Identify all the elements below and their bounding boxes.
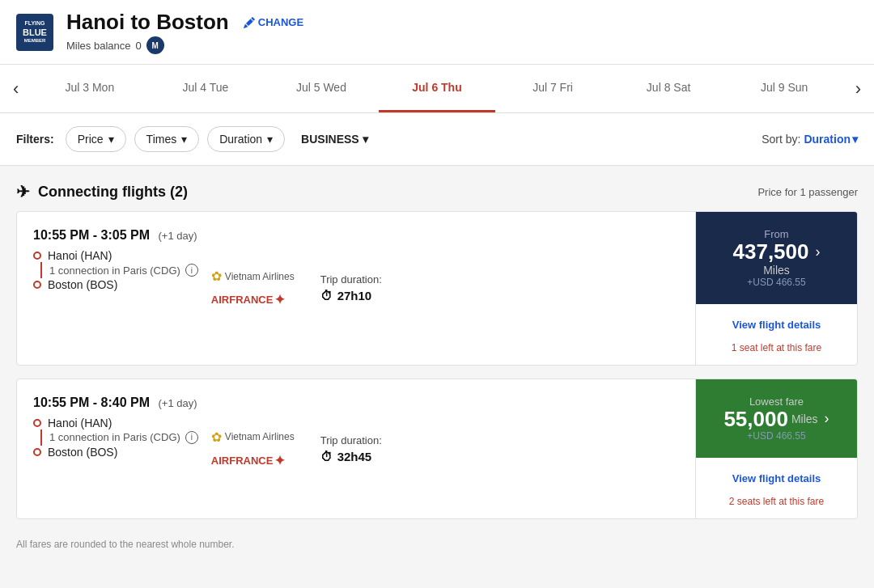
route-dot-dest-wrap <box>33 281 41 289</box>
duration-filter-button[interactable]: Duration ▾ <box>207 126 285 152</box>
flight-2-duration-label: Trip duration: <box>320 434 408 446</box>
info-icon-1[interactable]: i <box>185 264 198 277</box>
flight-1-price-from: From <box>764 228 788 240</box>
flight-2-price-inner: Lowest fare 55,000 Miles › +USD 466.55 <box>723 396 829 442</box>
price-note: Price for 1 passenger <box>757 186 858 198</box>
date-tab-jul4[interactable]: Jul 4 Tue <box>147 65 263 112</box>
af-text-2: AIRFRANCE <box>211 455 274 467</box>
business-filter-label: BUSINESS <box>301 133 359 146</box>
va-leaf-icon: ✿ <box>211 269 222 284</box>
date-navigation: ‹ Jul 3 Mon Jul 4 Tue Jul 5 Wed Jul 6 Th… <box>0 65 874 113</box>
clock-icon-1: ⏱ <box>320 289 333 302</box>
flight-2-miles-label: Miles <box>791 412 818 425</box>
flight-2-plus-day: (+1 day) <box>159 397 197 409</box>
af-bar-icon-2: ✦ <box>274 453 285 468</box>
flight-2-duration-value: ⏱ 32h45 <box>320 450 408 463</box>
flight-2-arrow: › <box>825 410 829 427</box>
logo-line2: BLUE <box>23 27 47 38</box>
edit-icon <box>244 17 255 28</box>
date-tab-jul3[interactable]: Jul 3 Mon <box>32 65 147 112</box>
footer-note: All fares are rounded to the nearest who… <box>16 532 858 556</box>
miles-balance-value: 0 <box>136 40 142 52</box>
times-filter-button[interactable]: Times ▾ <box>134 126 200 152</box>
times-filter-label: Times <box>146 133 177 146</box>
flight-1-price-button[interactable]: From 437,500 › Miles +USD 466.55 <box>696 212 857 304</box>
duration-chevron-icon: ▾ <box>267 133 273 146</box>
flight-card-1: 10:55 PM - 3:05 PM (+1 day) Hanoi (HAN) <box>16 211 858 366</box>
flight-2-origin: Hanoi (HAN) <box>48 417 112 429</box>
flight-1-dest: Boston (BOS) <box>48 278 117 291</box>
flight-2-seats-left: 2 seats left at this fare <box>716 493 837 510</box>
sort-duration-button[interactable]: Duration ▾ <box>804 133 858 146</box>
miles-icon: M <box>146 36 164 54</box>
flight-1-price-inner: From 437,500 › Miles +USD 466.55 <box>733 228 821 288</box>
route-2-item-dest: Boston (BOS) <box>33 446 198 459</box>
flight-1-miles-label: Miles <box>763 264 790 277</box>
flight-2-price-from: Lowest fare <box>749 396 804 408</box>
route-2-dot-dest-wrap <box>33 448 41 456</box>
route-2-item-origin: Hanoi (HAN) <box>33 417 198 429</box>
route-2-dot-origin-wrap <box>33 419 41 427</box>
airfrance-logo-2: AIRFRANCE ✦ <box>211 453 295 468</box>
section-title: ✈ Connecting flights (2) <box>16 182 188 201</box>
info-icon-2[interactable]: i <box>185 431 198 444</box>
price-chevron-icon: ▾ <box>108 133 114 146</box>
flight-2-price-button[interactable]: Lowest fare 55,000 Miles › +USD 466.55 <box>696 379 857 459</box>
flight-2-duration-area: Trip duration: ⏱ 32h45 <box>308 379 421 519</box>
date-tabs: Jul 3 Mon Jul 4 Tue Jul 5 Wed Jul 6 Thu … <box>32 65 842 112</box>
header: FLYING BLUE MEMBER Hanoi to Boston CHANG… <box>0 0 874 65</box>
flight-2-price-section: Lowest fare 55,000 Miles › +USD 466.55 V… <box>695 379 857 519</box>
route-2-dot-origin <box>33 419 41 427</box>
price-filter-button[interactable]: Price ▾ <box>66 126 126 152</box>
sort-duration-chevron: ▾ <box>852 133 858 146</box>
flight-1-duration-value: ⏱ 27h10 <box>320 289 408 302</box>
next-date-button[interactable]: › <box>842 65 874 112</box>
flight-2-usd: +USD 466.55 <box>747 430 805 442</box>
date-tab-jul5[interactable]: Jul 5 Wed <box>263 65 379 112</box>
route-dot-dest <box>33 281 41 289</box>
flight-1-view-details[interactable]: View flight details <box>719 312 834 337</box>
va-leaf-icon-2: ✿ <box>211 429 222 445</box>
main-content: ✈ Connecting flights (2) Price for 1 pas… <box>0 166 874 573</box>
date-tab-jul6[interactable]: Jul 6 Thu <box>379 65 494 112</box>
filters-label: Filters: <box>16 133 54 146</box>
va-text: Vietnam Airlines <box>225 271 295 282</box>
route-2-dot-dest <box>33 448 41 456</box>
sort-by-label: Sort by: <box>762 133 800 146</box>
route-2-line <box>40 429 42 446</box>
va-text-2: Vietnam Airlines <box>225 431 295 442</box>
date-tab-jul8[interactable]: Jul 8 Sat <box>611 65 727 112</box>
change-label: CHANGE <box>258 16 303 28</box>
route-line-wrap <box>36 262 45 278</box>
flight-1-duration-area: Trip duration: ⏱ 27h10 <box>308 212 421 365</box>
flight-2-view-details[interactable]: View flight details <box>719 466 834 491</box>
logo-line1: FLYING <box>24 20 45 27</box>
change-button[interactable]: CHANGE <box>244 16 303 28</box>
flight-1-seats-left: 1 seat left at this fare <box>719 339 834 357</box>
page-title: Hanoi to Boston <box>66 10 229 35</box>
filters-bar: Filters: Price ▾ Times ▾ Duration ▾ BUSI… <box>0 113 874 166</box>
route-connection-row: 1 connection in Paris (CDG) i <box>33 262 198 278</box>
route-2-connection-row: 1 connection in Paris (CDG) i <box>33 429 198 446</box>
flight-1-miles: 437,500 <box>733 240 809 264</box>
af-text: AIRFRANCE <box>211 294 274 306</box>
logo-line3: MEMBER <box>24 38 46 44</box>
flight-2-dest: Boston (BOS) <box>48 446 117 459</box>
flight-2-miles: 55,000 <box>723 408 788 431</box>
flight-1-price-details: View flight details 1 seat left at this … <box>696 304 857 365</box>
header-left: Hanoi to Boston CHANGE Miles balance 0 M <box>66 10 303 54</box>
date-tab-jul7[interactable]: Jul 7 Fri <box>495 65 611 112</box>
flight-2-miles-row: 55,000 Miles › <box>723 408 829 431</box>
flight-2-time: 10:55 PM - 8:40 PM (+1 day) <box>33 396 198 410</box>
prev-date-button[interactable]: ‹ <box>0 65 32 112</box>
business-filter-button[interactable]: BUSINESS ▾ <box>293 127 376 151</box>
flight-2-route: Hanoi (HAN) 1 connection in Paris (CDG) … <box>33 417 198 459</box>
flight-1-plus-day: (+1 day) <box>159 230 197 242</box>
date-tab-jul9[interactable]: Jul 9 Sun <box>727 65 842 112</box>
af-bar-icon: ✦ <box>274 292 285 307</box>
flight-2-connection: 1 connection in Paris (CDG) i <box>49 429 198 446</box>
flight-1-origin: Hanoi (HAN) <box>48 249 112 262</box>
flight-card-1-left: 10:55 PM - 3:05 PM (+1 day) Hanoi (HAN) <box>17 212 695 365</box>
flight-2-price-details: View flight details 2 seats left at this… <box>696 458 857 518</box>
flight-1-price-section: From 437,500 › Miles +USD 466.55 View fl… <box>695 212 857 365</box>
